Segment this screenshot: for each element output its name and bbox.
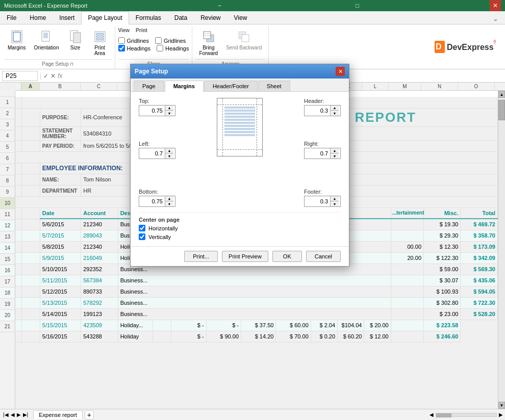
dialog-tab-header-footer[interactable]: Header/Footer (204, 81, 258, 91)
cell-reference-box[interactable] (2, 71, 38, 81)
gridlines-view-input[interactable] (118, 37, 125, 44)
col-header-O[interactable]: O (458, 83, 495, 90)
margins-button[interactable]: Margins (4, 27, 30, 52)
bring-forward-button[interactable]: BringForward (195, 27, 221, 58)
scroll-track[interactable] (498, 98, 505, 402)
sheet-nav-first[interactable]: |◀ (2, 412, 10, 417)
scroll-down-button[interactable]: ▼ (498, 402, 505, 409)
headings-view-check[interactable]: Headings (118, 45, 150, 51)
dialog-tab-margins[interactable]: Margins (165, 81, 204, 92)
right-margin-up[interactable]: ▲ (331, 148, 339, 153)
page-setup-dialog-launcher[interactable]: ⊓ (70, 62, 73, 67)
minimize-button[interactable]: − (214, 0, 225, 11)
h-scroll-left[interactable]: ◀ (430, 412, 434, 417)
sheet-nav-last[interactable]: ▶| (22, 412, 30, 417)
right-margin-down[interactable]: ▼ (331, 153, 339, 159)
headings-print-label: Headings (165, 45, 189, 51)
print-preview-button[interactable]: Print Preview (222, 251, 268, 262)
horizontally-checkbox[interactable] (139, 225, 145, 231)
footer-margin-down[interactable]: ▼ (331, 201, 339, 206)
scroll-thumb[interactable] (498, 100, 505, 120)
row11-misc: $ 19.30 (424, 219, 461, 230)
footer-margin-input[interactable] (305, 197, 330, 205)
footer-margin-up[interactable]: ▲ (331, 196, 339, 201)
formula-bar-divider-1: | (40, 72, 41, 80)
left-margin-spin[interactable]: ▲ ▼ (139, 148, 175, 159)
headings-print-input[interactable] (157, 45, 163, 51)
vertically-checkbox-label[interactable]: Vertically (139, 233, 341, 240)
tab-data[interactable]: Data (168, 11, 194, 24)
header-margin-spin[interactable]: ▲ ▼ (304, 105, 341, 116)
col-header-L[interactable]: L (362, 83, 389, 90)
tab-formulas[interactable]: Formulas (129, 11, 168, 24)
bottom-margin-down[interactable]: ▼ (165, 201, 173, 206)
footer-margin-spin[interactable]: ▲ ▼ (304, 196, 341, 207)
h-scroll-bar[interactable] (436, 413, 497, 417)
bottom-margin-up[interactable]: ▲ (165, 196, 173, 201)
headings-print-check[interactable]: Headings (157, 45, 189, 51)
vertical-scrollbar[interactable]: ▲ ▼ (498, 91, 505, 409)
left-margin-up[interactable]: ▲ (165, 148, 173, 153)
ok-button[interactable]: OK (272, 251, 302, 262)
dialog-tab-sheet[interactable]: Sheet (258, 81, 290, 91)
scroll-up-button[interactable]: ▲ (498, 91, 505, 98)
close-button[interactable]: ✕ (490, 0, 501, 11)
size-button[interactable]: Size (64, 27, 87, 52)
row13-total: $ 173.09 (461, 241, 498, 252)
dialog-tab-page[interactable]: Page (134, 81, 164, 91)
tab-file[interactable]: File (0, 11, 23, 24)
sheet-nav-prev[interactable]: ◀ (10, 412, 16, 417)
purpose-label: PURPOSE: (40, 108, 81, 126)
tab-insert[interactable]: Insert (53, 11, 81, 24)
gridlines-view-check[interactable]: Gridlines (118, 37, 149, 44)
maximize-button[interactable]: □ (352, 0, 363, 11)
tab-page-layout[interactable]: Page Layout (81, 11, 129, 24)
gridlines-print-check[interactable]: Gridlines (155, 37, 186, 44)
bottom-margin-input[interactable] (139, 197, 165, 205)
cancel-button[interactable]: Cancel (306, 251, 341, 262)
top-margin-up[interactable]: ▲ (165, 106, 173, 111)
print-area-button[interactable]: PrintArea (88, 27, 112, 58)
row20-g: $ - (206, 320, 241, 331)
row20-date: 5/15/2015 (40, 320, 81, 331)
col-header-A[interactable]: A (21, 83, 40, 90)
row19-desc: Business... (118, 308, 391, 320)
col-header-M[interactable]: M (389, 83, 421, 90)
horizontally-checkbox-label[interactable]: Horizontally (139, 225, 341, 231)
svg-rect-10 (73, 33, 81, 43)
top-margin-input[interactable] (139, 107, 165, 115)
row11-account: 212340 (81, 219, 118, 230)
tab-home[interactable]: Home (23, 11, 53, 24)
right-margin-input[interactable] (305, 149, 330, 158)
row15-account: 292352 (81, 264, 118, 275)
orientation-button[interactable]: Orientation (31, 27, 63, 52)
left-margin-down[interactable]: ▼ (165, 153, 173, 159)
sheet-tab-expense-report[interactable]: Expense report (33, 410, 83, 419)
add-sheet-button[interactable]: + (85, 410, 94, 419)
print-button[interactable]: Print... (184, 251, 218, 262)
headings-view-input[interactable] (118, 45, 125, 51)
row17-account: 890733 (81, 286, 118, 297)
left-margin-input[interactable] (139, 149, 165, 158)
col-header-B[interactable]: B (40, 83, 81, 90)
h-scroll-right[interactable]: ▶ (499, 412, 503, 417)
send-backward-button[interactable]: Send Backward (222, 27, 265, 52)
header-margin-up[interactable]: ▲ (331, 106, 339, 111)
right-margin-spin[interactable]: ▲ ▼ (304, 148, 341, 159)
gridlines-print-input[interactable] (155, 37, 162, 44)
top-margin-line (217, 104, 262, 105)
tab-review[interactable]: Review (194, 11, 227, 24)
h-scroll-thumb[interactable] (436, 413, 451, 417)
header-margin-down[interactable]: ▼ (331, 111, 339, 116)
vertically-checkbox[interactable] (139, 233, 145, 240)
col-header-C[interactable]: C (81, 83, 117, 90)
top-margin-spin[interactable]: ▲ ▼ (139, 105, 175, 116)
row20-h: $ 37.50 (241, 320, 276, 331)
sheet-nav-next[interactable]: ▶ (16, 412, 22, 417)
tab-view[interactable]: View (228, 11, 254, 24)
col-header-N[interactable]: N (421, 83, 458, 90)
top-margin-down[interactable]: ▼ (165, 111, 173, 116)
bottom-margin-spin[interactable]: ▲ ▼ (139, 196, 175, 207)
header-margin-input[interactable] (305, 107, 330, 115)
dialog-close-button[interactable]: ✕ (336, 67, 345, 76)
